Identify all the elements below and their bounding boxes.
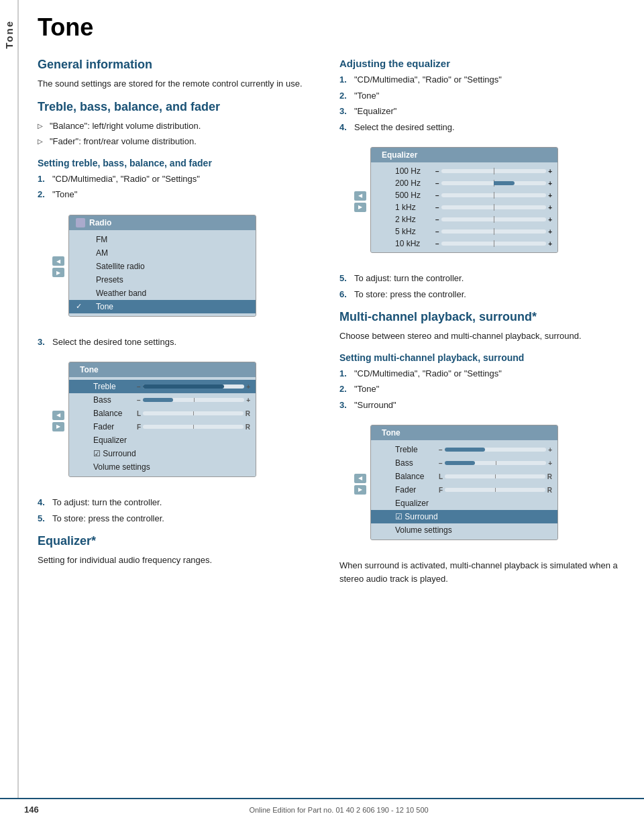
balance-label: Balance	[93, 409, 137, 418]
treble-fill	[143, 385, 224, 389]
tone-row-bass: Bass − +	[69, 393, 256, 407]
mc-step-2: 2."Tone"	[339, 382, 621, 396]
tone-row-surround: ☑ Surround	[69, 447, 256, 460]
nav-up-btn[interactable]: ◀	[52, 256, 64, 266]
adj-step-3: 3."Equalizer"	[339, 105, 621, 118]
multichannel-footer: When surround is activated, multi-channe…	[339, 559, 621, 585]
tone-screen-2: Tone Treble − +	[370, 425, 558, 540]
multichannel-steps: 1."CD/Multimedia", "Radio" or "Settings"…	[339, 367, 621, 412]
eq-screen: Equalizer 100 Hz − +	[370, 147, 558, 253]
treble-label: Treble	[93, 382, 137, 391]
eq-500hz: 500 Hz − +	[371, 189, 557, 201]
radio-screen-wrapper: ◀ ▶ Radio FM AM Satellite radio Presets …	[52, 208, 319, 326]
adj-steps-5-6: 5.To adjust: turn the controller. 6.To s…	[339, 272, 621, 301]
eq-100hz: 100 Hz − +	[371, 165, 557, 177]
bass-track	[143, 398, 244, 402]
multichannel-heading: Multi-channel playback, surround*	[339, 310, 621, 324]
treble-bass-heading: Treble, bass, balance, and fader	[38, 100, 319, 114]
tone-screen: Tone Treble − +	[68, 362, 256, 477]
eq-title-bar: Equalizer	[371, 148, 557, 162]
radio-screen-body: FM AM Satellite radio Presets Weather ba…	[69, 230, 256, 316]
adj-step-6: 6.To store: press the controller.	[339, 288, 621, 301]
radio-screen: Radio FM AM Satellite radio Presets Weat…	[68, 215, 256, 317]
tone-screen2-wrapper: ◀ ▶ Tone Treble −	[354, 418, 621, 550]
tone2-nav-down[interactable]: ▶	[354, 485, 366, 495]
adjusting-eq-heading: Adjusting the equalizer	[339, 58, 621, 69]
tone2-title-label: Tone	[382, 428, 400, 438]
tone2-body: Treble − + Bass	[371, 440, 557, 540]
tone-body: Treble − + Bass	[69, 377, 256, 476]
bullet-balance: "Balance": left/right volume distributio…	[38, 119, 319, 133]
tone2-row-bass: Bass − +	[371, 456, 557, 470]
mc-step-1: 1."CD/Multimedia", "Radio" or "Settings"	[339, 367, 621, 380]
bass-fill	[143, 398, 173, 402]
setting-treble-steps: 1."CD/Multimedia", "Radio" or "Settings"…	[38, 172, 319, 201]
adj-eq-steps: 1."CD/Multimedia", "Radio" or "Settings"…	[339, 73, 621, 134]
eq-nav-up[interactable]: ◀	[354, 191, 366, 201]
fader-slider: F R	[137, 423, 250, 431]
radio-title-label: Radio	[89, 218, 111, 227]
side-tab-label: Tone	[3, 20, 15, 49]
tone2-row-surround: ☑ Surround	[371, 510, 557, 523]
tone-nav-buttons: ◀ ▶	[52, 411, 64, 431]
tone2-row-balance: Balance L R	[371, 470, 557, 483]
tone-nav-down[interactable]: ▶	[52, 422, 64, 431]
setting-multichannel-heading: Setting multi-channel playback, surround	[339, 352, 621, 363]
general-info-heading: General information	[38, 58, 319, 72]
volume-label: Volume settings	[93, 462, 150, 472]
radio-row-presets: Presets	[69, 273, 256, 287]
tone2-row-volume: Volume settings	[371, 523, 557, 537]
eq-200hz: 200 Hz − +	[371, 177, 557, 189]
multichannel-body: Choose between stereo and multi-channel …	[339, 329, 621, 343]
setting-treble-heading: Setting treble, bass, balance, and fader	[38, 158, 319, 168]
treble-bass-bullets: "Balance": left/right volume distributio…	[38, 119, 319, 148]
step-1: 1."CD/Multimedia", "Radio" or "Settings"	[38, 172, 319, 186]
tone-row-fader: Fader F R	[69, 420, 256, 433]
balance-slider: L R	[137, 410, 250, 417]
fader-center	[193, 425, 194, 429]
eq-10khz: 10 kHz − +	[371, 238, 557, 250]
tone-row-balance: Balance L R	[69, 407, 256, 420]
bass-label: Bass	[93, 395, 137, 405]
eq-screen-wrapper: ◀ ▶ Equalizer 100 Hz −	[354, 140, 621, 262]
step-3: 3.Select the desired tone settings.	[38, 336, 319, 349]
adj-step-1: 1."CD/Multimedia", "Radio" or "Settings"	[339, 73, 621, 87]
treble-slider: − +	[137, 383, 250, 391]
fader-track	[143, 425, 244, 429]
step3-list: 3.Select the desired tone settings.	[38, 336, 319, 349]
equalizer-heading: Equalizer*	[38, 534, 319, 548]
tone-title-label: Tone	[80, 365, 99, 374]
eq-2khz: 2 kHz − +	[371, 213, 557, 225]
tone-checkmark: ✓	[76, 302, 82, 311]
equalizer-body: Setting for individual audio frequency r…	[38, 554, 319, 567]
footer-page-number: 146	[24, 805, 58, 815]
general-info-body: The sound settings are stored for the re…	[38, 77, 319, 91]
side-tab: Tone	[0, 0, 19, 820]
tone2-row-equalizer: Equalizer	[371, 497, 557, 510]
eq-nav-down[interactable]: ▶	[354, 203, 366, 212]
equalizer-label: Equalizer	[93, 435, 127, 445]
balance-center	[193, 411, 194, 415]
footer: 146 Online Edition for Part no. 01 40 2 …	[0, 798, 644, 820]
balance-track	[143, 411, 244, 415]
bullet-fader: "Fader": front/rear volume distribution.	[38, 135, 319, 148]
step-5: 5.To store: press the controller.	[38, 512, 319, 525]
tone-screen-wrapper: ◀ ▶ Tone Treble −	[52, 355, 319, 486]
bass-center	[194, 398, 195, 402]
tone-nav-up[interactable]: ◀	[52, 411, 64, 420]
tone2-nav-up[interactable]: ◀	[354, 474, 366, 483]
nav-down-btn[interactable]: ▶	[52, 268, 64, 277]
tone2-nav-buttons: ◀ ▶	[354, 474, 366, 495]
tone-row-volume: Volume settings	[69, 460, 256, 474]
radio-title-bar: Radio	[69, 215, 256, 230]
eq-5khz: 5 kHz − +	[371, 225, 557, 238]
step-2: 2."Tone"	[38, 188, 319, 201]
steps-4-5: 4.To adjust: turn the controller. 5.To s…	[38, 496, 319, 525]
mc-step-3: 3."Surround"	[339, 399, 621, 412]
tone-row-equalizer: Equalizer	[69, 433, 256, 447]
tone-title-bar: Tone	[69, 362, 256, 377]
tone2-row-fader: Fader F R	[371, 483, 557, 497]
footer-edition-text: Online Edition for Part no. 01 40 2 606 …	[58, 806, 620, 814]
radio-row-fm: FM	[69, 233, 256, 246]
eq-body: 100 Hz − + 200 Hz	[371, 162, 557, 252]
